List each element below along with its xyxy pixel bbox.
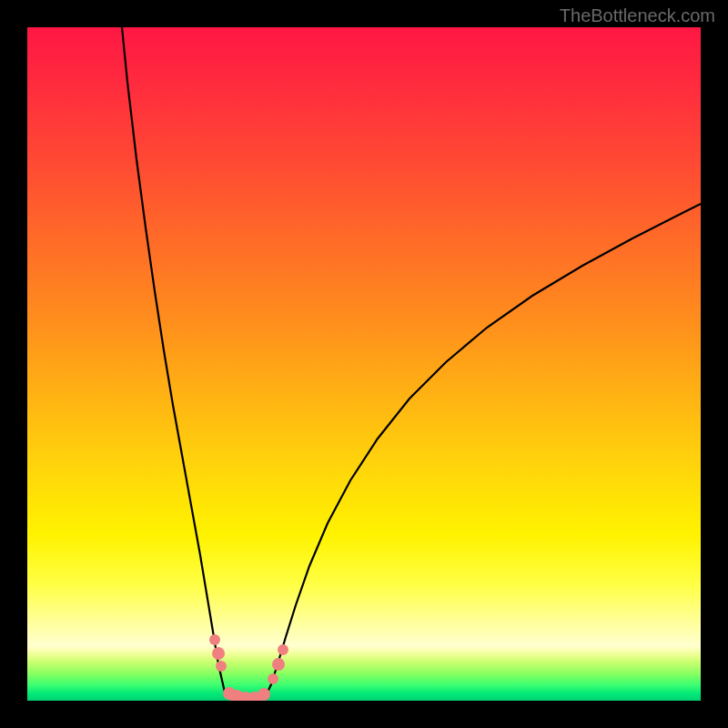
marker-layer	[27, 27, 701, 701]
data-marker	[216, 661, 227, 672]
data-marker	[209, 634, 220, 645]
data-marker	[258, 688, 270, 701]
data-marker	[212, 647, 225, 660]
data-marker	[278, 644, 288, 655]
data-marker	[272, 658, 285, 671]
plot-area	[27, 27, 701, 701]
data-marker	[268, 673, 278, 684]
chart-outer: TheBottleneck.com	[0, 0, 728, 728]
watermark-text: TheBottleneck.com	[560, 5, 715, 26]
